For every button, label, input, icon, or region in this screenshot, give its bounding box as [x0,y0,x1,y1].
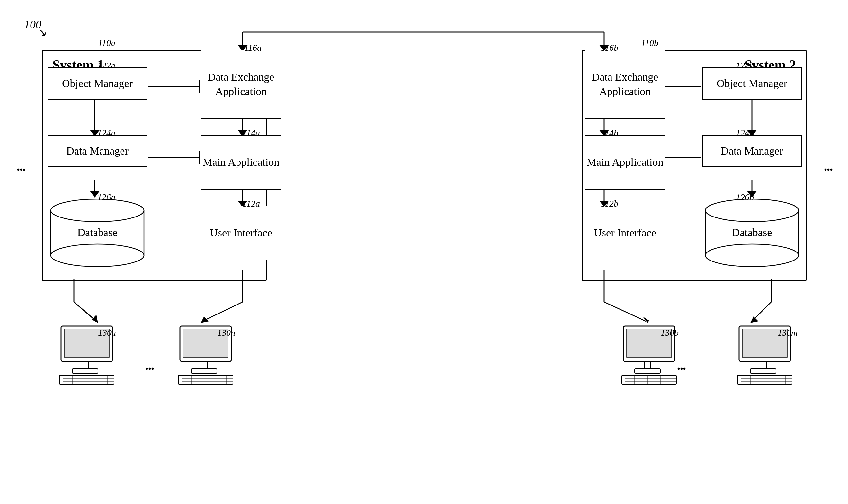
svg-rect-84 [738,375,792,384]
dea-1-ref: 116a [244,43,262,53]
database-1: Database [48,198,147,268]
ellipsis-mid-left: ... [145,353,153,374]
svg-rect-60 [201,361,207,370]
obj-mgr-2-ref: 122b [736,60,754,71]
terminal-130n-label: 130n [217,328,235,338]
svg-rect-62 [178,375,233,384]
svg-rect-49 [82,361,88,370]
svg-rect-82 [760,361,766,370]
database-1-label: Database [48,227,147,239]
data-mgr-1-ref: 124a [98,128,116,138]
data-manager-1: Data Manager [48,135,147,167]
svg-line-39 [752,302,771,321]
system1-ref: 110a [98,38,116,48]
dea-2-ref: 116b [601,43,618,53]
svg-marker-37 [643,317,649,323]
svg-line-36 [604,302,646,321]
ellipsis-right: ... [823,154,832,175]
svg-marker-31 [92,315,98,323]
dea-1: Data Exchange Application [201,50,281,119]
svg-rect-71 [644,361,651,370]
system2-ref: 110b [641,38,658,48]
svg-point-45 [705,199,798,222]
main-app-2-ref: 114b [601,128,618,138]
svg-rect-73 [622,375,676,384]
svg-rect-50 [72,369,98,373]
svg-marker-34 [201,317,209,323]
terminal-130b-label: 130b [661,328,679,338]
db-1-ref: 126a [98,192,116,202]
data-manager-2: Data Manager [702,135,802,167]
data-mgr-2-ref: 124b [736,128,754,138]
svg-marker-40 [750,317,758,323]
ui-1: User Interface [201,205,281,260]
diagram: 100 ↘ System 1 110a Object Manager 122a … [0,0,848,504]
svg-point-46 [705,244,798,267]
svg-rect-51 [59,375,114,384]
ui-1-ref: 112a [243,199,260,209]
svg-rect-83 [750,369,776,373]
svg-point-43 [51,244,144,267]
database-2-label: Database [702,227,802,239]
object-manager-1: Object Manager [48,68,147,100]
svg-line-33 [202,302,243,321]
svg-rect-61 [191,369,217,373]
terminal-130a-label: 130a [98,328,116,338]
database-2: Database [702,198,802,268]
svg-rect-72 [635,369,660,373]
obj-mgr-1-ref: 122a [98,60,116,71]
main-app-2: Main Application [585,135,665,190]
main-app-1: Main Application [201,135,281,190]
ui-2: User Interface [585,205,665,260]
terminal-130m-label: 130m [778,328,798,338]
svg-point-42 [51,199,144,222]
ellipsis-left: ... [16,154,25,175]
object-manager-2: Object Manager [702,68,802,100]
dea-2: Data Exchange Application [585,50,665,119]
db-2-ref: 126b [736,192,754,202]
figure-arrow: ↘ [37,26,47,39]
ui-2-ref: 112b [601,199,618,209]
main-app-1-ref: 114a [243,128,260,138]
svg-line-30 [74,302,96,321]
